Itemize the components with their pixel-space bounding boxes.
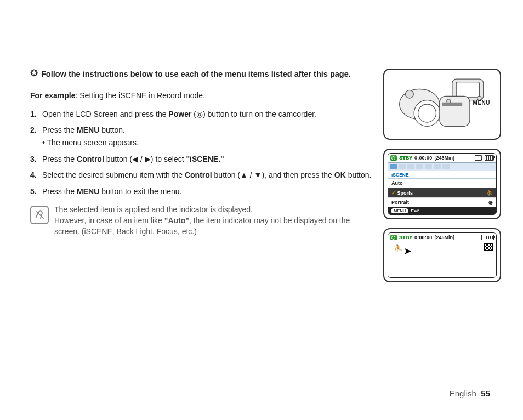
menu-item-portrait: Portrait ◉ — [388, 198, 496, 207]
svg-point-5 — [418, 104, 436, 122]
tab-icon — [407, 164, 414, 169]
battery-icon — [485, 155, 494, 161]
note-icon — [30, 206, 49, 224]
check-icon: ✓ — [391, 190, 396, 196]
note: The selected item is applied and the ind… — [30, 205, 372, 237]
step-body: Open the LCD Screen and press the Power … — [42, 109, 372, 120]
step: 1. Open the LCD Screen and press the Pow… — [30, 109, 372, 120]
lcd-body: ⛹ ➤ — [388, 242, 496, 277]
footer-language: English_ — [450, 389, 481, 398]
menu-item-sports: ✓ Sports ⛹ — [388, 188, 496, 198]
manual-page: ✪ Follow the instructions below to use e… — [0, 0, 523, 420]
step: 3. Press the Control button (◀ / ▶) to s… — [30, 154, 372, 165]
sdcard-icon — [475, 155, 482, 161]
for-example-label: For example — [30, 91, 75, 100]
camcorder-diagram: MENU — [383, 69, 501, 140]
footer-page-number: 55 — [481, 389, 490, 398]
tab-icon — [399, 164, 406, 169]
example-intro: For example: Setting the iSCENE in Recor… — [30, 90, 372, 101]
step-number: 4. — [30, 170, 42, 181]
illustration-column: MENU STBY 0:00:00 [245Min] — [383, 22, 501, 291]
tab-icon — [425, 164, 432, 169]
steps-list: 1. Open the LCD Screen and press the Pow… — [30, 109, 372, 197]
lcd-status-bar: STBY 0:00:00 [245Min] — [388, 154, 496, 162]
step: 5. Press the MENU button to exit the men… — [30, 186, 372, 197]
elapsed-time: 0:00:00 — [414, 235, 432, 240]
lcd-status-bar: STBY 0:00:00 [245Min] — [388, 233, 496, 242]
portrait-icon: ◉ — [488, 200, 493, 205]
battery-icon — [485, 235, 494, 240]
power-icon: ◎ — [196, 110, 203, 118]
step: 4. Select the desired submenu item with … — [30, 170, 372, 181]
record-mode-icon — [390, 155, 397, 161]
cursor-icon: ➤ — [403, 245, 412, 257]
for-example-text: : Setting the iSCENE in Record mode. — [75, 91, 205, 100]
menu-item-auto: Auto — [388, 179, 496, 188]
step-number: 3. — [30, 154, 42, 165]
remaining-time: [245Min] — [434, 155, 454, 161]
cross-icon: ✪ — [30, 69, 38, 79]
step-body: Press the MENU button to exit the menu. — [42, 186, 372, 197]
step-body: Press the Control button (◀ / ▶) to sele… — [42, 154, 372, 165]
tab-icon — [390, 164, 397, 169]
step-sub-bullet: The menu screen appears. — [42, 138, 372, 149]
elapsed-time: 0:00:00 — [414, 155, 432, 161]
stby-label: STBY — [399, 235, 412, 240]
remaining-time: [245Min] — [434, 235, 454, 240]
menu-tab-row — [388, 162, 496, 171]
note-text: The selected item is applied and the ind… — [54, 205, 372, 237]
svg-point-9 — [406, 90, 414, 98]
stby-label: STBY — [399, 155, 412, 161]
tab-icon — [434, 164, 441, 169]
sdcard-icon — [475, 235, 482, 240]
step: 2. Press the MENU button. The menu scree… — [30, 125, 372, 148]
menu-pill: MENU — [391, 208, 408, 213]
menu-footer: MENU Exit — [388, 207, 496, 214]
menu-title: iSCENE — [388, 171, 496, 179]
sports-mode-icon: ⛹ — [394, 244, 402, 252]
menu-label: MENU — [473, 100, 490, 106]
step-number: 2. — [30, 125, 42, 148]
tab-icon — [416, 164, 423, 169]
record-mode-icon — [390, 235, 397, 240]
step-number: 1. — [30, 109, 42, 120]
finish-flag-icon — [484, 243, 493, 251]
body-column: ✪ Follow the instructions below to use e… — [30, 22, 372, 291]
svg-rect-6 — [440, 96, 470, 126]
step-number: 5. — [30, 186, 42, 197]
lcd-record-screen: STBY 0:00:00 [245Min] ⛹ ➤ — [383, 228, 501, 282]
svg-rect-1 — [456, 82, 479, 98]
step-body: Select the desired submenu item with the… — [42, 170, 372, 181]
step-body: Press the MENU button. The menu screen a… — [42, 125, 372, 148]
lcd-menu-screen: STBY 0:00:00 [245Min] — [383, 149, 501, 219]
tab-icon — [442, 164, 450, 169]
menu-item-list: Auto ✓ Sports ⛹ Portrait ◉ — [388, 179, 496, 207]
exit-label: Exit — [411, 208, 419, 213]
page-heading: Follow the instructions below to use eac… — [41, 69, 351, 80]
sports-icon: ⛹ — [486, 190, 493, 196]
page-footer: English_55 — [450, 389, 490, 398]
